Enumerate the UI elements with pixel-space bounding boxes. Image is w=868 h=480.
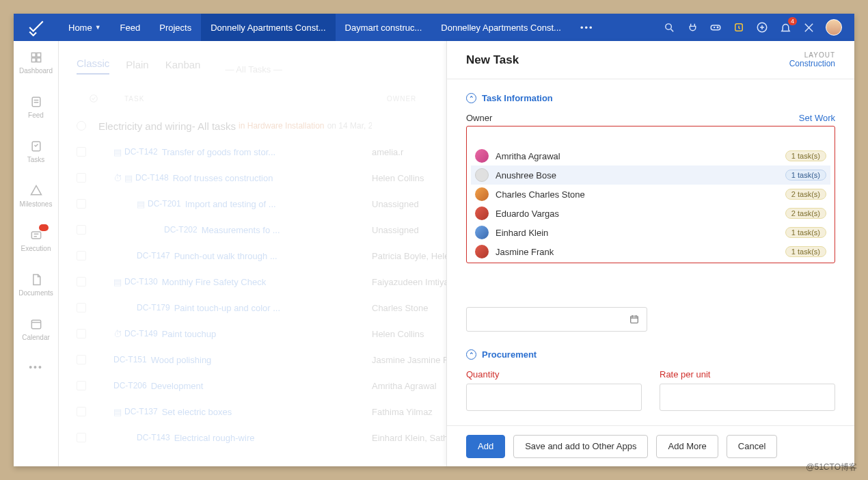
rail-icon (29, 184, 43, 198)
suggestion-name: Anushree Bose (496, 170, 556, 181)
gamepad-icon[interactable] (709, 21, 722, 34)
owner-suggestion[interactable]: Jasmine Frank1 task(s) (471, 242, 830, 261)
svg-rect-5 (31, 53, 36, 57)
panel-title: New Task (466, 53, 519, 67)
quantity-input[interactable] (466, 384, 642, 411)
date-input[interactable] (466, 307, 647, 332)
checkbox[interactable] (77, 173, 86, 183)
tab-classic[interactable]: Classic (77, 57, 109, 75)
tab-plain[interactable]: Plain (126, 59, 148, 75)
panel-footer: Add Save and add to Other Apps Add More … (447, 425, 854, 466)
svg-rect-1 (711, 25, 720, 30)
rate-input[interactable] (660, 384, 835, 411)
checkbox[interactable] (77, 225, 86, 235)
file-icon: ▤ (113, 147, 122, 157)
checkbox[interactable] (77, 251, 86, 261)
quantity-label: Quantity (466, 369, 642, 379)
checkbox[interactable] (77, 303, 86, 312)
rail-item-milestones[interactable]: Milestones (14, 181, 58, 211)
svg-rect-12 (31, 320, 40, 329)
nav-item[interactable]: Projects (150, 14, 201, 41)
task-id: DC-T202 (164, 225, 198, 235)
svg-rect-8 (36, 58, 40, 62)
col-task: TASK (101, 95, 387, 103)
task-id: DC-T201 (148, 199, 181, 209)
section-task-info[interactable]: ⌃ Task Information (466, 93, 835, 103)
task-count-chip: 1 task(s) (785, 170, 826, 181)
rail-label: Execution (21, 245, 51, 252)
add-icon[interactable] (756, 21, 768, 34)
svg-point-13 (90, 95, 98, 103)
nav-item[interactable]: Daymart construc... (336, 14, 432, 41)
rail-item-execution[interactable]: Execution (14, 226, 58, 255)
owner-suggestion[interactable]: Charles Charles Stone2 task(s) (471, 185, 830, 204)
rail-label: Milestones (20, 200, 53, 208)
checkbox[interactable] (77, 407, 86, 416)
rail-item-calendar[interactable]: Calendar (14, 315, 58, 344)
add-more-button[interactable]: Add More (656, 435, 718, 458)
task-id: DC-T137 (124, 407, 158, 416)
layout-value[interactable]: Construction (789, 59, 835, 68)
rail-icon (29, 228, 43, 242)
nav-item[interactable]: Donnelly Apartments Const... (201, 14, 335, 41)
owner-label: Owner (466, 113, 492, 123)
timer-icon[interactable] (733, 21, 745, 34)
section-procurement[interactable]: ⌃ Procurement (466, 349, 835, 360)
checkbox[interactable] (77, 329, 86, 338)
svg-rect-6 (36, 53, 40, 57)
file-icon: ▤ (113, 407, 122, 417)
ellipsis-icon: ••• (580, 23, 594, 33)
checkbox[interactable] (77, 277, 86, 286)
search-icon[interactable] (663, 21, 675, 34)
rail-item-dashboard[interactable]: Dashboard (14, 48, 58, 77)
cancel-button[interactable]: Cancel (727, 435, 777, 458)
task-id: DC-T179 (137, 303, 170, 312)
bell-icon[interactable]: 4 (779, 21, 791, 34)
owner-suggestion[interactable]: Amritha Agrawal1 task(s) (471, 146, 830, 165)
rail-label: Dashboard (19, 67, 53, 75)
task-count-chip: 1 task(s) (785, 227, 826, 238)
layout-label: LAYOUT (789, 51, 835, 59)
nav-item[interactable]: Feed (111, 14, 150, 41)
checkbox[interactable] (77, 199, 86, 209)
owner-input[interactable] (471, 131, 830, 146)
task-id: DC-T143 (137, 433, 170, 442)
nav-more[interactable]: ••• (571, 23, 603, 33)
checkbox[interactable] (77, 147, 86, 157)
rail-more[interactable]: ••• (14, 359, 58, 375)
owner-suggestion[interactable]: Eduardo Vargas2 task(s) (471, 204, 830, 223)
rail-item-tasks[interactable]: Tasks (14, 137, 58, 166)
set-work-link[interactable]: Set Work (799, 113, 835, 123)
nav-item[interactable]: Donnelley Apartments Const... (431, 14, 571, 41)
section-title: Task Information (482, 93, 553, 103)
task-owner: Charles Stone (372, 303, 428, 313)
rail-icon (29, 139, 43, 153)
add-button[interactable]: Add (466, 435, 505, 458)
nav-item[interactable]: Home▼ (59, 14, 111, 41)
clock-icon: ⏱ (113, 173, 122, 183)
rail-item-documents[interactable]: Documents (14, 270, 58, 299)
task-id: DC-T130 (124, 277, 158, 286)
owner-suggestion[interactable]: Anushree Bose1 task(s) (471, 165, 830, 185)
task-owner: amelia.r (372, 147, 403, 157)
brand-logo[interactable] (14, 18, 59, 36)
tab-kanban[interactable]: Kanban (165, 59, 201, 75)
col-owner: OWNER (387, 95, 416, 103)
svg-rect-14 (631, 316, 638, 323)
suggestion-name: Amritha Agrawal (496, 151, 560, 161)
task-count-chip: 1 task(s) (785, 150, 826, 161)
rail-item-feed[interactable]: Feed (14, 92, 58, 122)
checkbox[interactable] (77, 381, 86, 390)
owner-suggestion[interactable]: Einhard Klein1 task(s) (471, 223, 830, 242)
task-id: DC-T147 (137, 251, 170, 261)
owner-picker[interactable]: Amritha Agrawal1 task(s)Anushree Bose1 t… (466, 126, 835, 263)
task-filter[interactable]: — All Tasks — (225, 64, 282, 75)
plug-icon[interactable] (686, 21, 699, 34)
user-avatar[interactable] (826, 19, 842, 36)
checkbox[interactable] (77, 433, 86, 442)
checkbox[interactable] (77, 355, 86, 364)
save-other-apps-button[interactable]: Save and add to Other Apps (513, 435, 648, 458)
file-icon: ▤ (124, 173, 133, 183)
tools-icon[interactable] (802, 21, 815, 34)
task-title: Monthly Fire Safety Check (162, 277, 266, 287)
